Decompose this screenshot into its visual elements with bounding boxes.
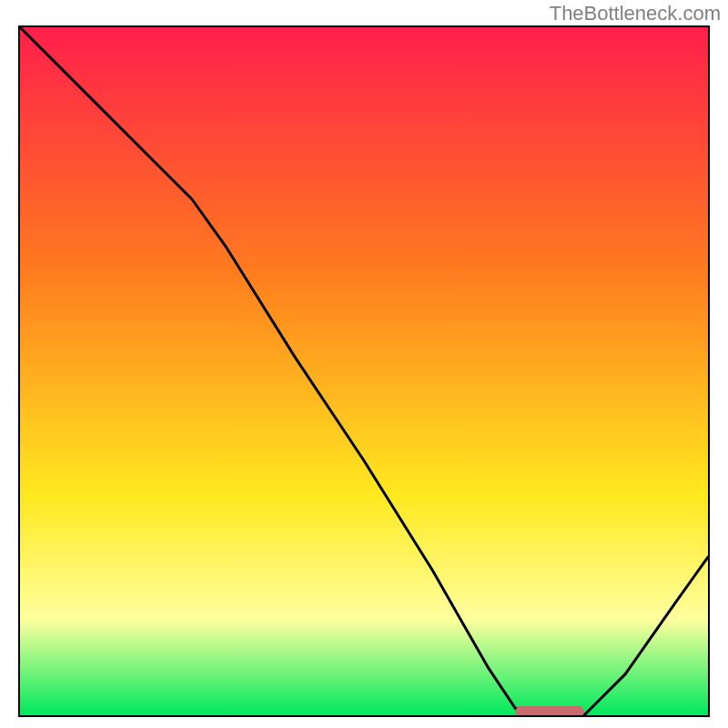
chart-container: TheBottleneck.com	[0, 0, 728, 728]
plot-area	[18, 25, 710, 717]
watermark-text: TheBottleneck.com	[550, 2, 721, 25]
chart-svg	[20, 27, 708, 715]
optimal-marker	[515, 706, 584, 715]
